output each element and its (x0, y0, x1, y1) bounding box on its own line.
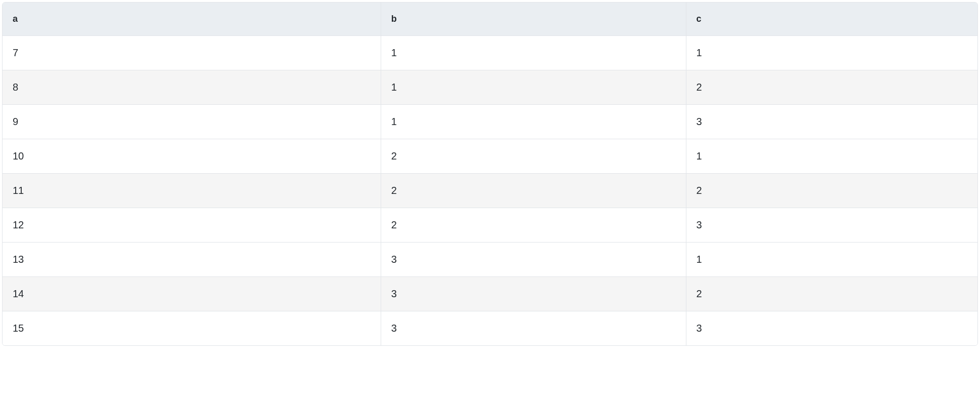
cell-b: 3 (381, 243, 686, 277)
cell-c: 2 (686, 70, 977, 105)
table-row: 1432 (3, 277, 977, 311)
cell-c: 3 (686, 311, 977, 346)
table-row: 812 (3, 70, 977, 105)
cell-b: 3 (381, 311, 686, 346)
cell-c: 2 (686, 174, 977, 208)
cell-a: 15 (3, 311, 381, 346)
cell-b: 2 (381, 208, 686, 243)
data-table-container: a b c 711812913102111221223133114321533 (2, 2, 978, 346)
cell-c: 3 (686, 208, 977, 243)
cell-a: 13 (3, 243, 381, 277)
cell-a: 14 (3, 277, 381, 311)
cell-b: 1 (381, 36, 686, 70)
cell-b: 3 (381, 277, 686, 311)
table-row: 913 (3, 105, 977, 139)
data-table: a b c 711812913102111221223133114321533 (3, 3, 977, 345)
cell-a: 10 (3, 139, 381, 174)
cell-b: 2 (381, 139, 686, 174)
table-header-row: a b c (3, 3, 977, 36)
cell-c: 1 (686, 36, 977, 70)
table-row: 1122 (3, 174, 977, 208)
cell-a: 11 (3, 174, 381, 208)
table-row: 1021 (3, 139, 977, 174)
column-header-c: c (686, 3, 977, 36)
cell-b: 1 (381, 105, 686, 139)
cell-a: 7 (3, 36, 381, 70)
cell-c: 1 (686, 139, 977, 174)
cell-a: 12 (3, 208, 381, 243)
column-header-b: b (381, 3, 686, 36)
table-row: 1533 (3, 311, 977, 346)
cell-c: 3 (686, 105, 977, 139)
table-row: 1331 (3, 243, 977, 277)
table-row: 711 (3, 36, 977, 70)
cell-c: 2 (686, 277, 977, 311)
table-row: 1223 (3, 208, 977, 243)
cell-a: 9 (3, 105, 381, 139)
table-body: 711812913102111221223133114321533 (3, 36, 977, 346)
cell-a: 8 (3, 70, 381, 105)
column-header-a: a (3, 3, 381, 36)
cell-c: 1 (686, 243, 977, 277)
cell-b: 2 (381, 174, 686, 208)
cell-b: 1 (381, 70, 686, 105)
